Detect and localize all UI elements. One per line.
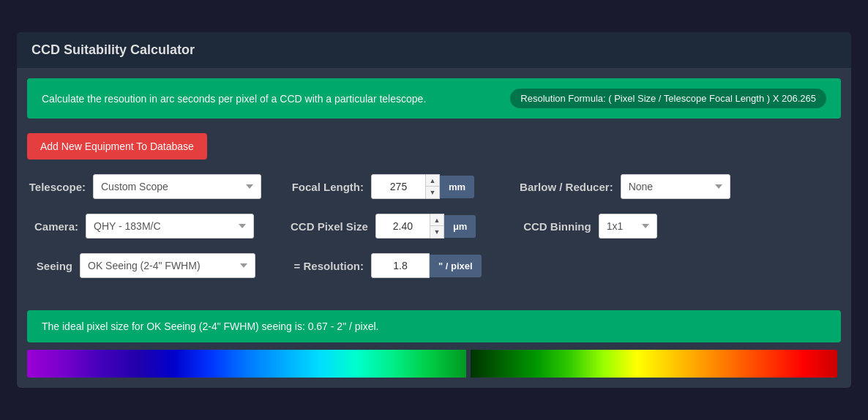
controls-layout: Telescope: Custom Scope Camera: QHY - 18…	[27, 174, 841, 293]
ccd-binning-label: CCD Binning	[518, 220, 591, 233]
focal-length-row: Focal Length: ▲ ▼ mm	[291, 174, 482, 199]
barlow-label: Barlow / Reducer:	[518, 181, 613, 193]
ccd-binning-row: CCD Binning 1x1	[518, 214, 730, 239]
info-banner: Calculate the resoution in arc seconds p…	[27, 78, 841, 119]
header-title: CCD Suitability Calculator	[31, 42, 195, 57]
ccd-pixel-size-row: CCD Pixel Size ▲ ▼ μm	[291, 214, 482, 239]
focal-length-up[interactable]: ▲	[426, 175, 439, 187]
telescope-row: Telescope: Custom Scope	[27, 174, 261, 199]
ideal-banner: The ideal pixel size for OK Seeing (2-4"…	[27, 310, 841, 342]
camera-row: Camera: QHY - 183M/C	[27, 214, 261, 239]
mid-column: Focal Length: ▲ ▼ mm CCD Pixel Size	[291, 174, 482, 293]
barlow-select[interactable]: None	[621, 174, 730, 199]
focal-length-input[interactable]	[371, 174, 426, 199]
telescope-select[interactable]: Custom Scope	[93, 174, 261, 199]
focal-length-label: Focal Length:	[291, 181, 364, 193]
resolution-input-group: " / pixel	[371, 253, 482, 278]
resolution-unit: " / pixel	[430, 255, 482, 277]
seeing-select[interactable]: OK Seeing (2-4" FWHM)	[80, 253, 255, 278]
gradient-bar-container	[27, 350, 841, 378]
ccd-pixel-size-down[interactable]: ▼	[430, 226, 444, 238]
resolution-row: = Resolution: " / pixel	[291, 253, 482, 278]
ccd-pixel-size-unit: μm	[444, 215, 476, 238]
formula-badge: Resolution Formula: ( Pixel Size / Teles…	[510, 89, 826, 108]
add-equipment-button[interactable]: Add New Equipment To Database	[27, 133, 207, 160]
gradient-bar-left	[27, 350, 466, 378]
telescope-label: Telescope:	[27, 181, 86, 193]
focal-length-spinners: ▲ ▼	[426, 174, 440, 199]
resolution-label: = Resolution:	[291, 260, 364, 272]
ccd-binning-select[interactable]: 1x1	[599, 214, 657, 239]
barlow-row: Barlow / Reducer: None	[518, 174, 730, 199]
calculator-container: CCD Suitability Calculator Calculate the…	[17, 32, 851, 388]
ccd-pixel-size-up[interactable]: ▲	[430, 214, 444, 226]
seeing-label: Seeing	[27, 260, 72, 272]
ccd-pixel-size-spinners: ▲ ▼	[430, 214, 444, 239]
ideal-text: The ideal pixel size for OK Seeing (2-4"…	[42, 320, 378, 332]
gradient-bar-right	[471, 350, 837, 378]
seeing-row: Seeing OK Seeing (2-4" FWHM)	[27, 253, 261, 278]
focal-length-down[interactable]: ▼	[426, 187, 439, 198]
ccd-pixel-size-input[interactable]	[375, 214, 430, 239]
calculator-header: CCD Suitability Calculator	[17, 32, 851, 68]
right-column: Barlow / Reducer: None CCD Binning 1x1	[518, 174, 730, 253]
camera-select[interactable]: QHY - 183M/C	[86, 214, 254, 239]
focal-length-unit: mm	[440, 176, 474, 198]
resolution-value	[371, 253, 430, 278]
focal-length-input-group: ▲ ▼ mm	[371, 174, 474, 199]
left-column: Telescope: Custom Scope Camera: QHY - 18…	[27, 174, 261, 293]
info-description: Calculate the resoution in arc seconds p…	[42, 93, 426, 105]
camera-label: Camera:	[27, 220, 78, 233]
ccd-pixel-size-input-group: ▲ ▼ μm	[375, 214, 476, 239]
ccd-pixel-size-label: CCD Pixel Size	[291, 220, 368, 233]
controls-section: Telescope: Custom Scope Camera: QHY - 18…	[17, 170, 851, 303]
